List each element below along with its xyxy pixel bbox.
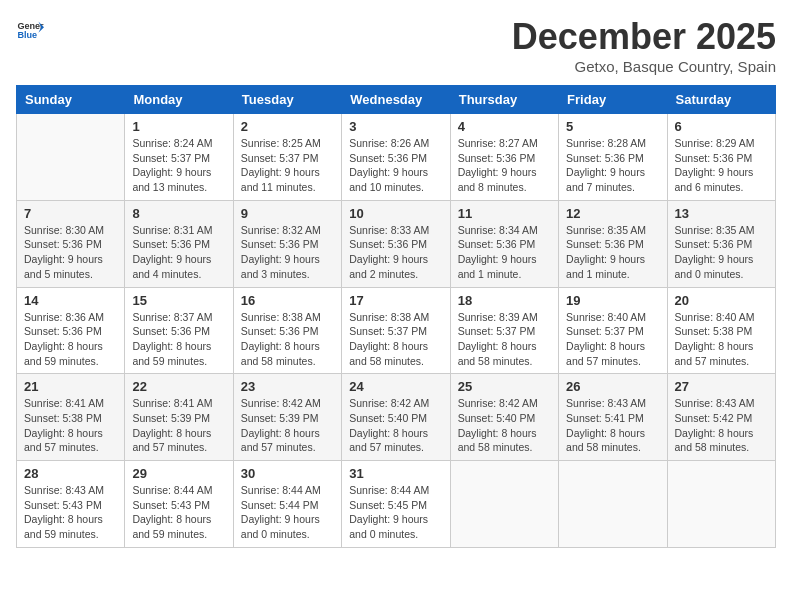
weekday-header-friday: Friday [559,86,667,114]
day-number: 21 [24,379,117,394]
day-cell: 27Sunrise: 8:43 AM Sunset: 5:42 PM Dayli… [667,374,775,461]
day-cell: 18Sunrise: 8:39 AM Sunset: 5:37 PM Dayli… [450,287,558,374]
weekday-header-tuesday: Tuesday [233,86,341,114]
day-number: 17 [349,293,442,308]
day-cell: 11Sunrise: 8:34 AM Sunset: 5:36 PM Dayli… [450,200,558,287]
day-cell [559,461,667,548]
day-info: Sunrise: 8:31 AM Sunset: 5:36 PM Dayligh… [132,223,225,282]
day-number: 8 [132,206,225,221]
location-title: Getxo, Basque Country, Spain [512,58,776,75]
day-number: 29 [132,466,225,481]
svg-text:Blue: Blue [17,30,37,40]
day-info: Sunrise: 8:41 AM Sunset: 5:39 PM Dayligh… [132,396,225,455]
day-cell: 30Sunrise: 8:44 AM Sunset: 5:44 PM Dayli… [233,461,341,548]
day-info: Sunrise: 8:28 AM Sunset: 5:36 PM Dayligh… [566,136,659,195]
day-info: Sunrise: 8:39 AM Sunset: 5:37 PM Dayligh… [458,310,551,369]
day-cell: 20Sunrise: 8:40 AM Sunset: 5:38 PM Dayli… [667,287,775,374]
day-cell: 16Sunrise: 8:38 AM Sunset: 5:36 PM Dayli… [233,287,341,374]
day-info: Sunrise: 8:44 AM Sunset: 5:44 PM Dayligh… [241,483,334,542]
weekday-header-monday: Monday [125,86,233,114]
day-info: Sunrise: 8:40 AM Sunset: 5:38 PM Dayligh… [675,310,768,369]
day-number: 7 [24,206,117,221]
day-info: Sunrise: 8:26 AM Sunset: 5:36 PM Dayligh… [349,136,442,195]
day-info: Sunrise: 8:42 AM Sunset: 5:40 PM Dayligh… [349,396,442,455]
day-cell: 23Sunrise: 8:42 AM Sunset: 5:39 PM Dayli… [233,374,341,461]
weekday-header-saturday: Saturday [667,86,775,114]
day-cell: 3Sunrise: 8:26 AM Sunset: 5:36 PM Daylig… [342,114,450,201]
day-info: Sunrise: 8:24 AM Sunset: 5:37 PM Dayligh… [132,136,225,195]
day-info: Sunrise: 8:43 AM Sunset: 5:41 PM Dayligh… [566,396,659,455]
day-info: Sunrise: 8:38 AM Sunset: 5:36 PM Dayligh… [241,310,334,369]
day-info: Sunrise: 8:35 AM Sunset: 5:36 PM Dayligh… [675,223,768,282]
day-info: Sunrise: 8:36 AM Sunset: 5:36 PM Dayligh… [24,310,117,369]
day-info: Sunrise: 8:32 AM Sunset: 5:36 PM Dayligh… [241,223,334,282]
day-info: Sunrise: 8:33 AM Sunset: 5:36 PM Dayligh… [349,223,442,282]
week-row-1: 1Sunrise: 8:24 AM Sunset: 5:37 PM Daylig… [17,114,776,201]
day-info: Sunrise: 8:37 AM Sunset: 5:36 PM Dayligh… [132,310,225,369]
day-number: 6 [675,119,768,134]
day-info: Sunrise: 8:44 AM Sunset: 5:45 PM Dayligh… [349,483,442,542]
svg-text:General: General [17,21,44,31]
day-info: Sunrise: 8:42 AM Sunset: 5:39 PM Dayligh… [241,396,334,455]
day-cell: 5Sunrise: 8:28 AM Sunset: 5:36 PM Daylig… [559,114,667,201]
day-info: Sunrise: 8:42 AM Sunset: 5:40 PM Dayligh… [458,396,551,455]
day-number: 15 [132,293,225,308]
day-cell [17,114,125,201]
day-number: 26 [566,379,659,394]
day-number: 10 [349,206,442,221]
day-info: Sunrise: 8:41 AM Sunset: 5:38 PM Dayligh… [24,396,117,455]
day-cell [667,461,775,548]
day-cell: 31Sunrise: 8:44 AM Sunset: 5:45 PM Dayli… [342,461,450,548]
day-cell: 25Sunrise: 8:42 AM Sunset: 5:40 PM Dayli… [450,374,558,461]
day-cell: 28Sunrise: 8:43 AM Sunset: 5:43 PM Dayli… [17,461,125,548]
day-info: Sunrise: 8:43 AM Sunset: 5:42 PM Dayligh… [675,396,768,455]
weekday-header-sunday: Sunday [17,86,125,114]
day-cell: 29Sunrise: 8:44 AM Sunset: 5:43 PM Dayli… [125,461,233,548]
day-cell: 17Sunrise: 8:38 AM Sunset: 5:37 PM Dayli… [342,287,450,374]
day-cell [450,461,558,548]
day-cell: 7Sunrise: 8:30 AM Sunset: 5:36 PM Daylig… [17,200,125,287]
page-header: General Blue December 2025 Getxo, Basque… [16,16,776,75]
day-info: Sunrise: 8:29 AM Sunset: 5:36 PM Dayligh… [675,136,768,195]
day-cell: 9Sunrise: 8:32 AM Sunset: 5:36 PM Daylig… [233,200,341,287]
day-number: 31 [349,466,442,481]
day-number: 14 [24,293,117,308]
day-cell: 22Sunrise: 8:41 AM Sunset: 5:39 PM Dayli… [125,374,233,461]
day-cell: 1Sunrise: 8:24 AM Sunset: 5:37 PM Daylig… [125,114,233,201]
day-number: 23 [241,379,334,394]
day-number: 20 [675,293,768,308]
day-info: Sunrise: 8:34 AM Sunset: 5:36 PM Dayligh… [458,223,551,282]
day-info: Sunrise: 8:35 AM Sunset: 5:36 PM Dayligh… [566,223,659,282]
logo: General Blue [16,16,44,44]
week-row-5: 28Sunrise: 8:43 AM Sunset: 5:43 PM Dayli… [17,461,776,548]
day-cell: 24Sunrise: 8:42 AM Sunset: 5:40 PM Dayli… [342,374,450,461]
day-cell: 14Sunrise: 8:36 AM Sunset: 5:36 PM Dayli… [17,287,125,374]
day-number: 4 [458,119,551,134]
day-number: 9 [241,206,334,221]
title-area: December 2025 Getxo, Basque Country, Spa… [512,16,776,75]
day-cell: 13Sunrise: 8:35 AM Sunset: 5:36 PM Dayli… [667,200,775,287]
day-info: Sunrise: 8:38 AM Sunset: 5:37 PM Dayligh… [349,310,442,369]
day-cell: 6Sunrise: 8:29 AM Sunset: 5:36 PM Daylig… [667,114,775,201]
day-info: Sunrise: 8:25 AM Sunset: 5:37 PM Dayligh… [241,136,334,195]
day-cell: 2Sunrise: 8:25 AM Sunset: 5:37 PM Daylig… [233,114,341,201]
day-number: 1 [132,119,225,134]
logo-icon: General Blue [16,16,44,44]
weekday-header-row: SundayMondayTuesdayWednesdayThursdayFrid… [17,86,776,114]
day-info: Sunrise: 8:44 AM Sunset: 5:43 PM Dayligh… [132,483,225,542]
day-number: 30 [241,466,334,481]
day-cell: 4Sunrise: 8:27 AM Sunset: 5:36 PM Daylig… [450,114,558,201]
day-cell: 12Sunrise: 8:35 AM Sunset: 5:36 PM Dayli… [559,200,667,287]
day-number: 24 [349,379,442,394]
day-cell: 26Sunrise: 8:43 AM Sunset: 5:41 PM Dayli… [559,374,667,461]
day-number: 13 [675,206,768,221]
calendar-table: SundayMondayTuesdayWednesdayThursdayFrid… [16,85,776,548]
weekday-header-thursday: Thursday [450,86,558,114]
day-number: 16 [241,293,334,308]
day-cell: 8Sunrise: 8:31 AM Sunset: 5:36 PM Daylig… [125,200,233,287]
day-info: Sunrise: 8:40 AM Sunset: 5:37 PM Dayligh… [566,310,659,369]
month-title: December 2025 [512,16,776,58]
day-cell: 19Sunrise: 8:40 AM Sunset: 5:37 PM Dayli… [559,287,667,374]
day-number: 22 [132,379,225,394]
day-number: 27 [675,379,768,394]
